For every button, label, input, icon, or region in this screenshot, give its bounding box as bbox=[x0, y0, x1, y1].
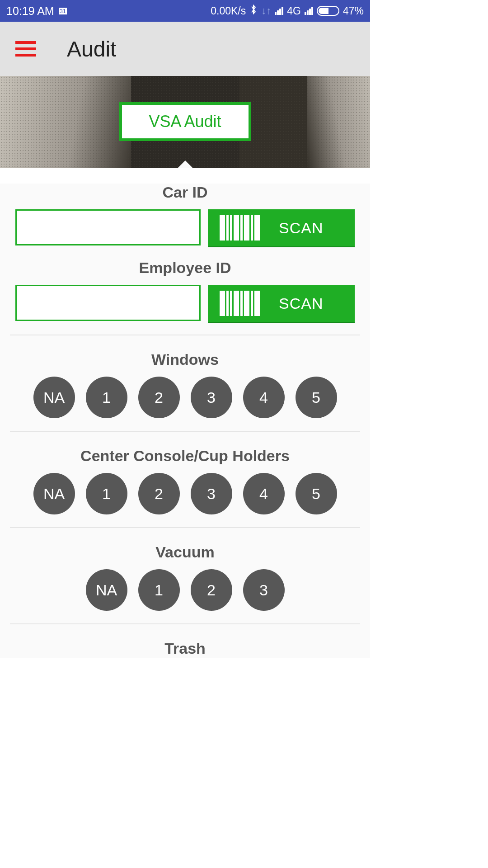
vsa-audit-button[interactable]: VSA Audit bbox=[119, 102, 251, 141]
divider bbox=[10, 335, 360, 335]
rating-3[interactable]: 3 bbox=[191, 473, 232, 514]
hero-pointer bbox=[177, 160, 193, 168]
rating-4[interactable]: 4 bbox=[243, 473, 285, 514]
rating-1[interactable]: 1 bbox=[86, 473, 127, 514]
rating-4[interactable]: 4 bbox=[243, 377, 285, 418]
vacuum-rating: NA 1 2 3 bbox=[0, 569, 370, 611]
barcode-icon bbox=[220, 215, 260, 241]
console-rating: NA 1 2 3 4 5 bbox=[0, 473, 370, 514]
rating-2[interactable]: 2 bbox=[138, 473, 180, 514]
rating-2[interactable]: 2 bbox=[191, 569, 232, 611]
employee-scan-button[interactable]: SCAN bbox=[208, 285, 355, 322]
windows-label: Windows bbox=[0, 351, 370, 368]
app-bar: Audit bbox=[0, 22, 370, 76]
rating-na[interactable]: NA bbox=[33, 473, 75, 514]
calendar-icon: 31 bbox=[59, 8, 67, 14]
windows-rating: NA 1 2 3 4 5 bbox=[0, 377, 370, 418]
rating-na[interactable]: NA bbox=[33, 377, 75, 418]
form-content: Car ID SCAN Employee ID SCAN Windows NA … bbox=[0, 184, 370, 658]
bluetooth-icon bbox=[249, 4, 258, 18]
vsa-audit-label: VSA Audit bbox=[149, 112, 221, 131]
page-title: Audit bbox=[67, 37, 116, 61]
status-network: 4G bbox=[287, 5, 301, 17]
menu-icon[interactable] bbox=[15, 41, 36, 57]
rating-2[interactable]: 2 bbox=[138, 377, 180, 418]
vacuum-label: Vacuum bbox=[0, 543, 370, 561]
car-id-label: Car ID bbox=[0, 184, 370, 201]
battery-icon bbox=[317, 6, 339, 16]
barcode-icon bbox=[220, 291, 260, 316]
employee-id-label: Employee ID bbox=[0, 259, 370, 277]
status-bar: 10:19 AM 31 0.00K/s ↓↑ 4G 47% bbox=[0, 0, 370, 22]
signal-icon bbox=[275, 7, 283, 15]
divider bbox=[10, 431, 360, 432]
rating-na[interactable]: NA bbox=[86, 569, 127, 611]
status-battery: 47% bbox=[343, 5, 364, 17]
car-id-input[interactable] bbox=[15, 209, 201, 245]
scan-label: SCAN bbox=[279, 295, 323, 312]
status-datarate: 0.00K/s bbox=[211, 5, 246, 17]
trash-label: Trash bbox=[0, 640, 370, 657]
status-time: 10:19 AM bbox=[6, 5, 54, 18]
console-label: Center Console/Cup Holders bbox=[0, 447, 370, 465]
divider bbox=[10, 527, 360, 528]
car-scan-button[interactable]: SCAN bbox=[208, 209, 355, 246]
rating-1[interactable]: 1 bbox=[86, 377, 127, 418]
divider bbox=[10, 623, 360, 624]
rating-1[interactable]: 1 bbox=[138, 569, 180, 611]
scan-label: SCAN bbox=[279, 219, 323, 237]
rating-3[interactable]: 3 bbox=[191, 377, 232, 418]
rating-5[interactable]: 5 bbox=[296, 377, 337, 418]
data-arrows-icon: ↓↑ bbox=[261, 5, 271, 17]
rating-3[interactable]: 3 bbox=[243, 569, 285, 611]
employee-id-input[interactable] bbox=[15, 285, 201, 321]
rating-5[interactable]: 5 bbox=[296, 473, 337, 514]
signal-icon-2 bbox=[305, 7, 313, 15]
hero-image: VSA Audit bbox=[0, 76, 370, 168]
